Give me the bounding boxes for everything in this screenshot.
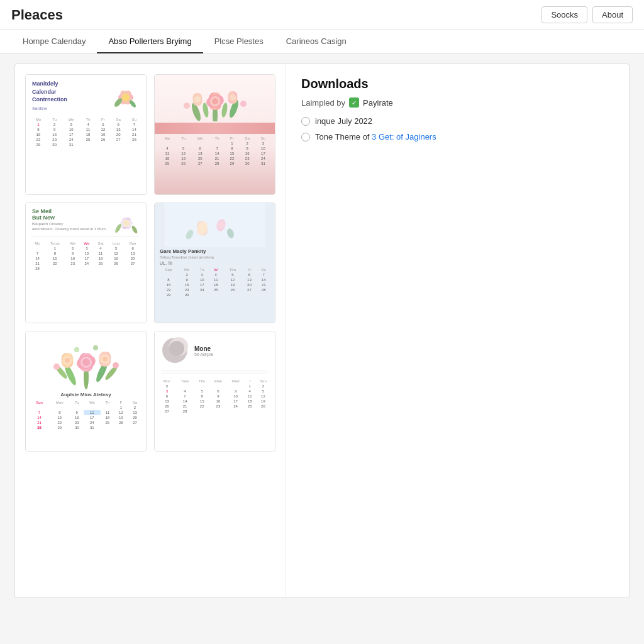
card6-title: Mone bbox=[194, 345, 213, 352]
card1-grid: MoTuWeThFrSaSu 1234567 891011121314 1516… bbox=[30, 117, 142, 147]
tab-plcse-plestes[interactable]: Plcse Plestes bbox=[203, 30, 275, 53]
svg-rect-31 bbox=[165, 203, 265, 247]
thumbnail-card-3[interactable]: Se MeilBut New Baupatch Onsetnyamonsbsec… bbox=[25, 203, 147, 323]
soocks-button[interactable]: Soocks bbox=[541, 6, 587, 23]
content-panel: ManitdelyCalendarContrnection Santine bbox=[14, 64, 630, 598]
card3-title: Se MeilBut New bbox=[26, 203, 61, 222]
flower-decoration-4 bbox=[155, 203, 275, 247]
card4-subtitle: Sshpg Tpasdow Jsasd as'p'drog bbox=[155, 255, 219, 260]
thumbnail-card-5[interactable]: Auplste Mios Atelnsy SunMonTuWeThFSa 12 … bbox=[25, 331, 147, 452]
thumbnail-card-4[interactable]: Gare Macly Pankity Sshpg Tpasdow Jsasd a… bbox=[154, 203, 275, 323]
flower-arrangement-5 bbox=[39, 334, 133, 391]
svg-point-19 bbox=[194, 96, 201, 103]
svg-point-4 bbox=[122, 94, 130, 101]
card6-subtitle: 56 Adrpre bbox=[194, 352, 213, 357]
card4-date: UL. Til bbox=[155, 260, 177, 266]
svg-point-23 bbox=[184, 103, 190, 109]
info-section: Downloads Laimpled by ✓ Payirate inque J… bbox=[286, 64, 629, 597]
moon-icon bbox=[161, 336, 189, 365]
option-text-2: Tone Theme of 3 Get: of Jaginers bbox=[315, 132, 436, 142]
svg-point-48 bbox=[82, 358, 90, 366]
card4-grid: SepMoTuWThuFrSu 234567 891011121314 1516… bbox=[158, 267, 271, 297]
svg-point-36 bbox=[218, 221, 225, 229]
compiled-by-label: Laimpled by bbox=[301, 98, 345, 108]
option-item-1: inque July 2022 bbox=[301, 116, 614, 126]
downloads-title: Downloads bbox=[301, 77, 614, 91]
svg-point-63 bbox=[169, 341, 184, 356]
svg-point-52 bbox=[65, 358, 70, 363]
option-link-2[interactable]: 3 Get: of Jaginers bbox=[372, 132, 436, 142]
thumbnail-card-2[interactable]: MoTuWeThFrSaSu 123 45678910 111213141516… bbox=[154, 74, 275, 195]
flower-arrangement-2 bbox=[171, 77, 259, 121]
svg-point-29 bbox=[114, 223, 122, 234]
card6-grid: MonTuesThuElseWedfSun X12 3456345 678910… bbox=[158, 379, 271, 414]
option-list: inque July 2022 Tone Theme of 3 Get: of … bbox=[301, 116, 614, 142]
svg-point-59 bbox=[74, 347, 79, 352]
nav-tabs: Hompe Calenday Abso Pollerters Bryimg Pl… bbox=[0, 30, 644, 53]
flower-decoration-1 bbox=[109, 77, 143, 112]
svg-point-28 bbox=[123, 220, 130, 226]
thumbnail-card-1[interactable]: ManitdelyCalendarContrnection Santine bbox=[25, 74, 147, 195]
compiled-by: Laimpled by ✓ Payirate bbox=[301, 97, 614, 108]
svg-point-34 bbox=[198, 224, 207, 233]
app-header: Pleaces Soocks About bbox=[0, 0, 644, 30]
radio-circle-1[interactable] bbox=[301, 117, 310, 126]
option-item-2: Tone Theme of 3 Get: of Jaginers bbox=[301, 132, 614, 142]
svg-point-56 bbox=[103, 357, 108, 362]
app-title: Pleaces bbox=[11, 7, 63, 23]
compiled-by-name: Payirate bbox=[363, 98, 393, 108]
thumbnail-card-6[interactable]: Mone 56 Adrpre MonTuesThuElseWedfSun X bbox=[154, 331, 275, 452]
card1-subtitle: Santine bbox=[26, 106, 53, 113]
svg-point-11 bbox=[220, 102, 228, 118]
svg-point-24 bbox=[240, 101, 247, 107]
card3-subtitle: Baupatch Onsetnyamonsbsect· Onewng Innsd… bbox=[26, 222, 113, 234]
check-icon: ✓ bbox=[349, 97, 359, 108]
svg-point-58 bbox=[113, 362, 119, 369]
card5-title: Auplste Mios Atelnsy bbox=[60, 391, 111, 399]
tab-abso-pollerters[interactable]: Abso Pollerters Bryimg bbox=[97, 30, 203, 53]
tab-hompe-calenday[interactable]: Hompe Calenday bbox=[11, 30, 97, 53]
main-content: ManitdelyCalendarContrnection Santine bbox=[4, 53, 640, 608]
about-button[interactable]: About bbox=[592, 6, 633, 23]
option-text-1: inque July 2022 bbox=[315, 116, 372, 126]
svg-point-16 bbox=[212, 98, 218, 104]
card4-title: Gare Macly Pankity bbox=[155, 247, 211, 255]
svg-point-60 bbox=[93, 345, 98, 350]
svg-point-57 bbox=[53, 364, 60, 370]
card5-grid: SunMonTuWeThFSa 12 78911111213 141516171… bbox=[30, 400, 142, 430]
thumbnails-section: ManitdelyCalendarContrnection Santine bbox=[15, 64, 286, 597]
tab-carineos-casign[interactable]: Carineos Casign bbox=[275, 30, 358, 53]
card2-grid: MoTuWeThFrSaSu 123 45678910 111213141516… bbox=[158, 136, 271, 166]
radio-circle-2[interactable] bbox=[301, 133, 310, 142]
flower-decoration-3 bbox=[111, 206, 142, 237]
svg-point-30 bbox=[131, 225, 138, 234]
card1-title: ManitdelyCalendarContrnection bbox=[26, 75, 74, 106]
card3-grid: MoTurnsWeWeSatLostSun 123456 78910111213… bbox=[31, 241, 141, 271]
svg-point-22 bbox=[230, 94, 236, 101]
header-buttons: Soocks About bbox=[541, 6, 633, 23]
